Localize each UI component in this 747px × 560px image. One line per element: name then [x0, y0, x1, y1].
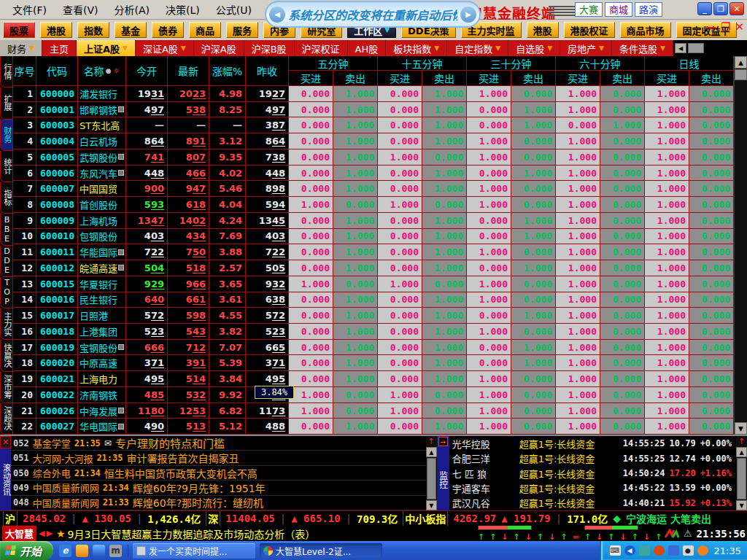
subcol-header[interactable]: 卖出	[689, 71, 734, 86]
toolbar-button[interactable]: 指数	[77, 22, 109, 38]
cell-name[interactable]: 上海机场	[78, 213, 126, 229]
table-row[interactable]: 22600027华电国际4905135.124880.0001.0000.000…	[13, 419, 734, 435]
cell-name[interactable]: 白云机场	[78, 133, 126, 149]
col-header[interactable]: 昨收	[246, 56, 289, 86]
app-restore-icon[interactable]: ❐	[721, 22, 730, 33]
ticker-headline[interactable]: 9月3日大智慧超赢主力数据追踪及市场动态分析（表）	[68, 526, 316, 541]
tab-深证A股[interactable]: 深证A股▼	[136, 40, 194, 56]
sidebar-item-TOP[interactable]: TOP	[0, 277, 13, 308]
subcol-header[interactable]: 买进	[378, 71, 422, 86]
title-link[interactable]: 商城	[605, 2, 632, 17]
cell-name[interactable]: 武钢股份	[78, 149, 126, 166]
sidebar-item-指标[interactable]: 指标	[0, 182, 13, 214]
news-item[interactable]: 049中国质量新闻网21:34辉煌60年?9月先锋：1951年	[11, 481, 426, 495]
cell-name[interactable]: 华夏银行	[78, 276, 126, 292]
table-row[interactable]: 3600003ST东北高———3870.0001.0000.0001.0000.…	[13, 117, 734, 133]
marquee-left-icon[interactable]: ◀	[269, 7, 285, 23]
warning-icon[interactable]: ⚠	[684, 528, 692, 539]
app-close-icon[interactable]: ✕	[735, 22, 744, 33]
monitor-scroll-thumb[interactable]	[427, 458, 436, 499]
alert-up-icon[interactable]: ↑	[736, 436, 747, 447]
col-group-label[interactable]: 六十分钟	[556, 56, 645, 71]
ie-icon[interactable]: e	[59, 545, 71, 557]
tab-自定指数[interactable]: 自定指数▼	[447, 40, 508, 56]
tab-沪深权证[interactable]: 沪深权证	[295, 40, 348, 56]
menu-item[interactable]: 决策(L)	[158, 2, 208, 17]
ticker-next-icon[interactable]: ▶	[46, 529, 53, 538]
sidebar-item-BBE[interactable]: BBE	[0, 214, 13, 245]
news-item[interactable]: 048中国质量新闻网21:33辉煌60年?那时流行：缝纫机	[11, 496, 426, 510]
menu-item[interactable]: 文件(F)	[4, 2, 55, 17]
scroll-left-icon[interactable]: ◀	[675, 43, 686, 53]
toolbar-button[interactable]: 债券	[152, 22, 184, 38]
table-row[interactable]: 21600026中海发展118012536.8211731.0000.0001.…	[13, 403, 734, 419]
toolbar-button[interactable]: 股票	[3, 22, 35, 38]
cell-name[interactable]: 皖通高速	[78, 260, 126, 276]
subcol-header[interactable]: 卖出	[511, 71, 556, 86]
cell-name[interactable]: 中海发展	[78, 403, 126, 419]
menu-item[interactable]: 公式(U)	[208, 2, 260, 17]
col-header[interactable]: 涨幅%	[209, 56, 246, 86]
tab-板块指数[interactable]: 板块指数▼	[386, 40, 447, 56]
cell-name[interactable]: 上港集团	[78, 324, 126, 340]
messenger-icon[interactable]	[93, 545, 105, 557]
ticker-prev-icon[interactable]: ◀	[39, 529, 46, 538]
cell-name[interactable]: 中国国贸	[78, 181, 126, 197]
vertical-scrollbar[interactable]: ▲ ▼	[734, 56, 747, 435]
monitor-row[interactable]: 武汉凡谷超赢1号:长线资金14:40:2115.92+0.13%	[449, 496, 736, 510]
tab-沪深A股[interactable]: 沪深A股	[194, 40, 244, 56]
sidebar-item-主力实[interactable]: 主力实	[0, 308, 13, 340]
keyboard-icon[interactable]: ⌨	[610, 545, 621, 556]
subcol-header[interactable]: 卖出	[422, 71, 467, 86]
sidebar-item-DDE[interactable]: DDE	[0, 246, 13, 277]
title-link[interactable]: 大赛	[575, 2, 603, 17]
news-title[interactable]: 专户理财的特点和门槛	[115, 436, 225, 451]
sidebar-item-统计[interactable]: 统计	[0, 151, 13, 182]
toolbar-button[interactable]: 商品市场	[620, 22, 671, 38]
monitor-scroll-up-icon[interactable]: ▲	[426, 447, 437, 457]
toolbar-button[interactable]: 商品	[189, 22, 221, 38]
col-header[interactable]: 今开	[126, 56, 168, 86]
monitor-flag-icon[interactable]: →	[438, 437, 448, 446]
news-item[interactable]: 052基金学堂21:35✉专户理财的特点和门槛	[11, 436, 426, 451]
tab-主页[interactable]: 主页	[42, 40, 77, 56]
table-row[interactable]: 19600021上海电力4955143.844950.0001.0000.000…	[13, 371, 734, 387]
col-header[interactable]: 代码	[36, 56, 78, 86]
tab-AH股[interactable]: AH股	[348, 40, 387, 56]
toolbar-button[interactable]: 港股权证	[564, 22, 615, 38]
subcol-header[interactable]: 卖出	[333, 71, 378, 86]
table-row[interactable]: 6600006东风汽车4484664.024480.0001.0000.0001…	[13, 166, 734, 182]
subcol-header[interactable]: 卖出	[600, 71, 645, 86]
cell-name[interactable]: 民生银行	[78, 292, 126, 308]
monitor-scroll-down-icon[interactable]: ▼	[736, 500, 747, 510]
table-row[interactable]: 20600022济南钢铁4855329.924841.0000.0001.000…	[13, 387, 734, 403]
network-icon[interactable]	[668, 545, 679, 556]
sidebar-item-深超决[interactable]: 深超决	[0, 403, 13, 435]
table-row[interactable]: 12600012皖通高速5045182.575050.0001.0000.000…	[13, 260, 734, 276]
outlook-icon[interactable]	[76, 545, 88, 557]
cell-name[interactable]: 包钢股份	[78, 229, 126, 245]
news-item[interactable]: 050综合外电21:34恒生料中国货币政策大变机会不高	[11, 466, 426, 481]
cell-name[interactable]: 上海电力	[78, 371, 126, 387]
tab-上证A股[interactable]: 上证A股▼	[77, 40, 136, 56]
dzh-icon[interactable]: m	[109, 545, 122, 557]
tab-自选股[interactable]: 自选股▼	[508, 40, 560, 56]
monitor-right-scrollbar[interactable]: ↑ ▲ ▼	[736, 436, 747, 510]
scroll-down-icon[interactable]: ▼	[735, 422, 747, 435]
news-title[interactable]: 辉煌60年?那时流行：缝纫机	[133, 496, 263, 510]
scroll-thumb[interactable]	[735, 69, 747, 80]
cell-name[interactable]: 华能国际	[78, 244, 126, 260]
news-title[interactable]: 审计署报告首次自揭家丑	[127, 451, 239, 465]
task-button[interactable]: 大智慧Level-2证...	[260, 543, 382, 559]
monitor-row[interactable]: 光华控股超赢1号:长线资金14:55:2510.79+0.00%	[449, 436, 736, 451]
col-group-label[interactable]: 日线	[645, 56, 734, 71]
subcol-header[interactable]: 买进	[556, 71, 600, 86]
subcol-header[interactable]: 买进	[645, 71, 689, 86]
menu-item[interactable]: 分析(A)	[107, 2, 158, 17]
toolbar-button[interactable]: 基金	[115, 22, 147, 38]
monitor-row[interactable]: 合肥三洋超赢1号:长线资金14:55:2512.74+0.00%	[449, 451, 736, 465]
news-title[interactable]: 恒生料中国货币政策大变机会不高	[104, 466, 258, 481]
tab-房地产[interactable]: 房地产▼	[560, 40, 612, 56]
app-minimize-icon[interactable]: —	[705, 22, 716, 33]
monitor-row[interactable]: 宇通客车超赢1号:长线资金14:45:2213.59+0.00%	[449, 481, 736, 495]
